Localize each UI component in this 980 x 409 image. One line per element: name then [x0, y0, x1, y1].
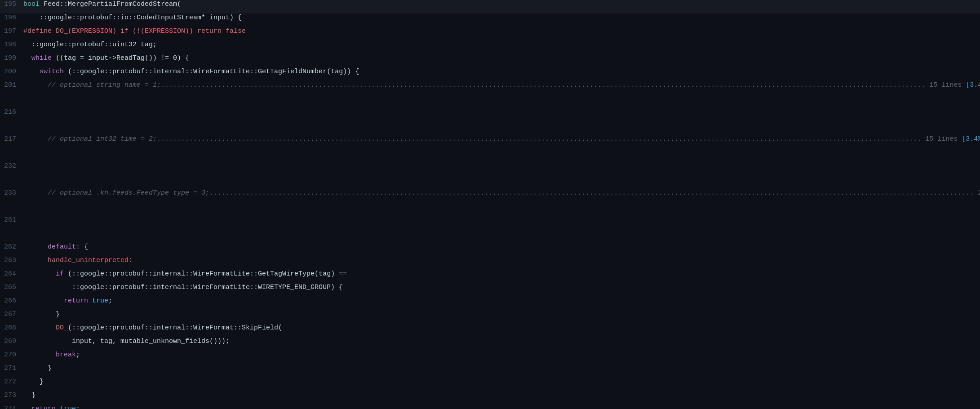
line-content: return true; [23, 297, 980, 305]
line-number: 266 [0, 297, 23, 305]
table-row: 216 [0, 108, 980, 121]
line-content: if (::google::protobuf::internal::WireFo… [23, 270, 980, 278]
line-number: 268 [0, 324, 23, 332]
line-number: 196 [0, 14, 23, 22]
line-number: 195 [0, 0, 23, 8]
table-row: 266 return true; [0, 297, 980, 310]
line-number: 270 [0, 351, 23, 359]
table-row: 217 // optional int32 time = 2;.........… [0, 135, 980, 148]
line-number: 274 [0, 405, 23, 409]
table-row: 267 } [0, 310, 980, 324]
table-row: 274 return true; [0, 405, 980, 409]
line-content: input, tag, mutable_unknown_fields())); [23, 338, 980, 345]
line-number: 265 [0, 284, 23, 291]
table-row: 201 // optional string name = 1;........… [0, 81, 980, 94]
line-number: 271 [0, 365, 23, 372]
line-number: 199 [0, 54, 23, 62]
line-content: // optional string name = 1;............… [23, 81, 980, 89]
table-row: 273 } [0, 391, 980, 405]
table-row: 198 ::google::protobuf::uint32 tag; [0, 40, 980, 54]
table-row [0, 121, 980, 135]
line-number: 264 [0, 270, 23, 278]
line-content: // optional .kn.feeds.FeedType type = 3;… [23, 189, 980, 197]
line-content: // optional int32 time = 2;.............… [23, 135, 980, 143]
table-row: 196 ::google::protobuf::io::CodedInputSt… [0, 13, 980, 27]
line-content: while ((tag = input->ReadTag()) != 0) { [23, 54, 980, 62]
line-content: } [23, 311, 980, 318]
table-row: 269 input, tag, mutable_unknown_fields()… [0, 337, 980, 351]
table-row: 265 ::google::protobuf::internal::WireFo… [0, 283, 980, 297]
table-row: 270 break; [0, 351, 980, 364]
line-content: ::google::protobuf::io::CodedInputStream… [23, 14, 980, 22]
line-number: 233 [0, 189, 23, 197]
line-number: 261 [0, 216, 23, 224]
line-content: ::google::protobuf::internal::WireFormat… [23, 284, 980, 291]
line-number: 267 [0, 311, 23, 318]
line-content: } [23, 365, 980, 372]
line-number: 273 [0, 391, 23, 399]
table-row: 272 } [0, 378, 980, 391]
table-row: 263 handle_uninterpreted: [0, 256, 980, 270]
table-row: 199 while ((tag = input->ReadTag()) != 0… [0, 54, 980, 67]
line-content: return true; [23, 405, 980, 409]
line-number: 201 [0, 81, 23, 89]
table-row: 233 // optional .kn.feeds.FeedType type … [0, 189, 980, 202]
line-content: ::google::protobuf::uint32 tag; [23, 41, 980, 49]
table-row: 271 } [0, 364, 980, 378]
line-number: 197 [0, 27, 23, 35]
line-content: break; [23, 351, 980, 359]
line-content: switch (::google::protobuf::internal::Wi… [23, 68, 980, 76]
table-row [0, 202, 980, 216]
table-row: 195bool Feed::MergePartialFromCodedStrea… [0, 0, 980, 13]
line-content: default: { [23, 243, 980, 251]
line-content: bool Feed::MergePartialFromCodedStream( [23, 0, 980, 8]
line-number: 263 [0, 257, 23, 264]
table-row: 268 DO_(::google::protobuf::internal::Wi… [0, 324, 980, 337]
line-content: } [23, 378, 980, 386]
table-row: 261 [0, 216, 980, 229]
line-content: } [23, 391, 980, 399]
code-editor: 195bool Feed::MergePartialFromCodedStrea… [0, 0, 980, 409]
table-row [0, 175, 980, 189]
line-number: 216 [0, 108, 23, 116]
table-row: 200 switch (::google::protobuf::internal… [0, 67, 980, 81]
table-row: 264 if (::google::protobuf::internal::Wi… [0, 270, 980, 283]
line-number: 262 [0, 243, 23, 251]
line-number: 269 [0, 338, 23, 345]
table-row [0, 148, 980, 162]
line-content: #define DO_(EXPRESSION) if (!(EXPRESSION… [23, 27, 980, 35]
line-number: 272 [0, 378, 23, 386]
line-number: 198 [0, 41, 23, 49]
table-row: 197#define DO_(EXPRESSION) if (!(EXPRESS… [0, 27, 980, 40]
table-row [0, 229, 980, 243]
table-row [0, 94, 980, 108]
line-content: DO_(::google::protobuf::internal::WireFo… [23, 324, 980, 332]
line-number: 232 [0, 162, 23, 170]
line-content: handle_uninterpreted: [23, 257, 980, 264]
table-row: 262 default: { [0, 243, 980, 256]
line-number: 200 [0, 68, 23, 76]
table-row: 232 [0, 162, 980, 175]
line-number: 217 [0, 135, 23, 143]
